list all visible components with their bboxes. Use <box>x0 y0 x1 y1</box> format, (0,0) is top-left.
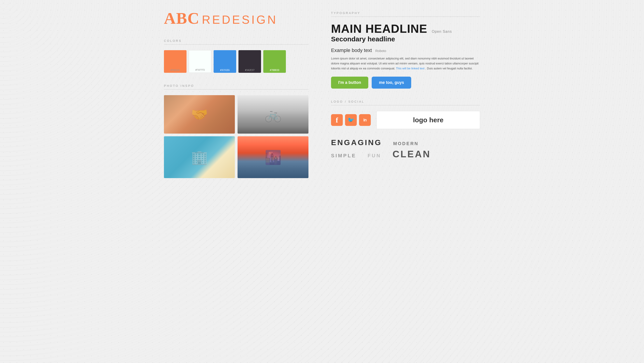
body-example-label: Example body text <box>331 48 372 53</box>
linkedin-glyph: in <box>363 118 366 123</box>
swatch-orange: #FA824C <box>164 50 186 73</box>
photo-city <box>238 136 308 178</box>
secondary-headline: Secondary headline <box>331 35 480 43</box>
logo-social-label: LOGO / SOCIAL <box>331 100 480 103</box>
title-abc: ABC <box>164 9 200 27</box>
facebook-glyph: f <box>336 116 338 124</box>
right-column: TYPOGRAPHY MAIN HEADLINE Open Sans Secon… <box>331 9 480 187</box>
social-icons: f 🐦 in <box>331 114 371 126</box>
keyword-fun: FUN <box>368 153 381 159</box>
photo-bikes <box>238 95 308 134</box>
photo-hands <box>164 95 235 134</box>
twitter-icon[interactable]: 🐦 <box>345 114 357 126</box>
social-logo-row: f 🐦 in logo here <box>331 111 480 129</box>
logo-social-section: LOGO / SOCIAL f 🐦 in logo here <box>331 100 480 129</box>
colors-divider <box>164 44 308 45</box>
photos-section: PHOTO INSPO <box>164 84 308 178</box>
photos-label: PHOTO INSPO <box>164 84 308 88</box>
keyword-clean: CLEAN <box>392 149 431 160</box>
swatch-blue-label: #3C91E6 <box>220 69 230 72</box>
swatch-white: #FAFFFD <box>189 50 211 73</box>
lorem-text: Lorem ipsum dolor sit amet, consectetuer… <box>331 56 480 71</box>
logo-box: logo here <box>376 111 480 129</box>
swatch-orange-label: #FA824C <box>170 69 180 72</box>
photos-divider <box>164 89 308 90</box>
main-headline-row: MAIN HEADLINE Open Sans <box>331 22 480 35</box>
logo-social-divider <box>331 105 480 105</box>
main-headline-text: MAIN HEADLINE <box>331 22 427 35</box>
photo-building <box>164 136 235 178</box>
color-swatches: #FA824C #FAFFFD #3C91E6 #342E37 #7BBB3D <box>164 50 308 73</box>
typography-section: TYPOGRAPHY MAIN HEADLINE Open Sans Secon… <box>331 11 480 89</box>
typography-label: TYPOGRAPHY <box>331 11 480 15</box>
green-button[interactable]: I'm a button <box>331 77 368 89</box>
keyword-engaging: ENGAGING <box>331 138 382 147</box>
linkedin-icon[interactable]: in <box>359 114 371 126</box>
page-title: ABCREDESIGN <box>164 9 308 28</box>
keyword-modern: MODERN <box>393 141 419 146</box>
body-text-label-row: Example body text Roboto <box>331 48 480 53</box>
twitter-glyph: 🐦 <box>348 117 354 123</box>
colors-section: COLORS #FA824C #FAFFFD #3C91E6 #342E37 #… <box>164 39 308 73</box>
swatch-blue: #3C91E6 <box>214 50 236 73</box>
keyword-simple: SIMPLE <box>331 153 356 159</box>
left-column: ABCREDESIGN COLORS #FA824C #FAFFFD #3C91… <box>164 9 313 187</box>
swatch-dark: #342E37 <box>238 50 261 73</box>
swatch-white-label: #FAFFFD <box>195 69 205 71</box>
title-redesign: REDESIGN <box>202 13 278 26</box>
keywords-section: ENGAGING MODERN SIMPLE FUN CLEAN <box>331 138 480 160</box>
swatch-dark-label: #342E37 <box>245 69 254 72</box>
photo-grid <box>164 95 308 178</box>
page-wrapper: ABCREDESIGN COLORS #FA824C #FAFFFD #3C91… <box>164 9 480 187</box>
colors-label: COLORS <box>164 39 308 43</box>
facebook-icon[interactable]: f <box>331 114 343 126</box>
lorem-end: . Duis autem vel feugait nulla facilisi. <box>425 67 472 70</box>
linked-text[interactable]: This will be linked text <box>396 67 424 70</box>
logo-placeholder-text: logo here <box>413 116 444 124</box>
typography-divider <box>331 17 480 17</box>
main-headline-font: Open Sans <box>432 30 452 34</box>
swatch-green-label: #7BBB3D <box>270 69 279 72</box>
buttons-row: I'm a button me too, guys <box>331 77 480 89</box>
blue-button[interactable]: me too, guys <box>372 77 411 89</box>
body-font-name: Roboto <box>375 49 386 53</box>
swatch-green: #7BBB3D <box>263 50 286 73</box>
